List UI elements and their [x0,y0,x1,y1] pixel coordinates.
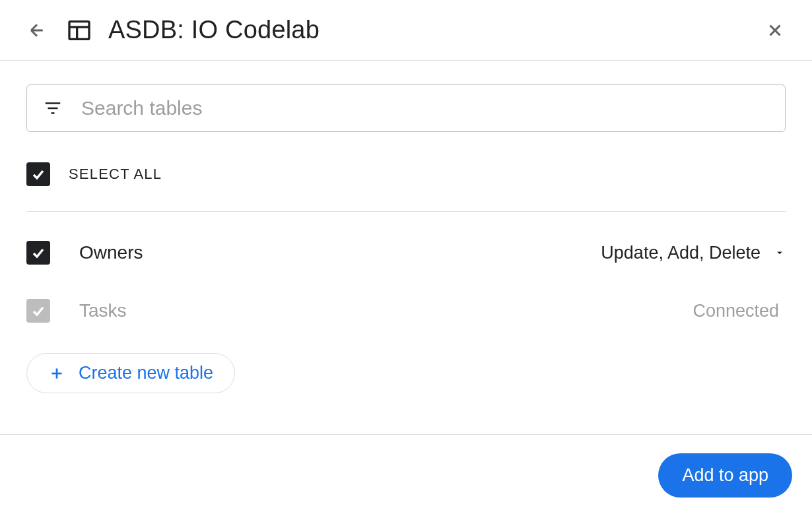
plus-icon [48,365,65,382]
table-name-tasks: Tasks [79,300,127,321]
content-area: SELECT ALL Owners Update, Add, Delete Ta… [0,61,812,393]
footer: Add to app [0,434,812,516]
header: ASDB: IO Codelab [0,0,812,61]
close-icon[interactable] [764,20,786,41]
select-all-row: SELECT ALL [26,162,786,212]
create-table-label: Create new table [79,363,213,383]
create-new-table-button[interactable]: Create new table [26,353,235,393]
filter-icon [43,98,63,118]
chevron-down-icon [774,247,786,259]
table-checkbox-owners[interactable] [26,241,50,265]
permissions-dropdown[interactable]: Update, Add, Delete [601,243,786,263]
page-title: ASDB: IO Codelab [108,16,320,44]
select-all-label: SELECT ALL [69,166,162,183]
back-arrow-icon[interactable] [26,20,48,41]
table-name-owners: Owners [79,242,143,263]
select-all-checkbox[interactable] [26,162,50,186]
add-to-app-button[interactable]: Add to app [658,453,792,498]
search-box[interactable] [26,84,786,132]
svg-rect-0 [69,21,89,39]
search-input[interactable] [81,97,769,119]
database-icon [66,17,92,44]
table-checkbox-tasks[interactable] [26,299,50,323]
table-row: Owners Update, Add, Delete [26,224,786,282]
permissions-label: Update, Add, Delete [601,243,761,263]
table-status: Connected [693,301,786,321]
table-row: Tasks Connected [26,282,786,340]
